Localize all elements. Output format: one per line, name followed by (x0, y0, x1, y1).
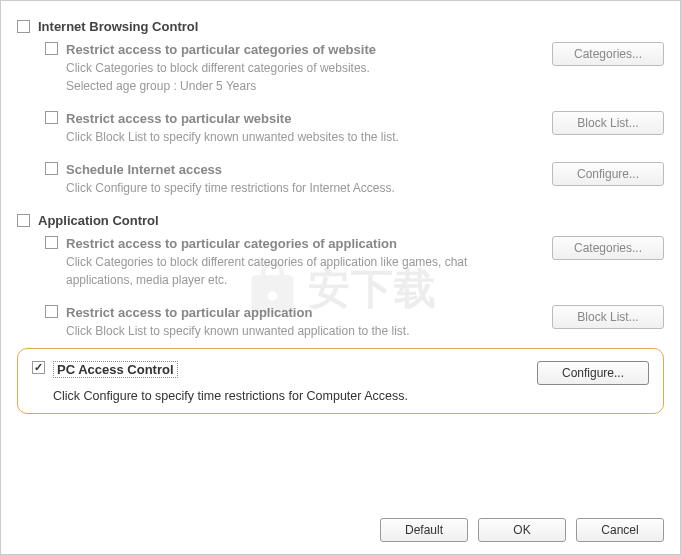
pc-access-desc: Click Configure to specify time restrict… (53, 389, 649, 403)
categories-button[interactable]: Categories... (552, 42, 664, 66)
configure-pc-button[interactable]: Configure... (537, 361, 649, 385)
checkbox-internet-control[interactable] (17, 20, 30, 33)
section-application: Application Control Restrict access to p… (17, 213, 664, 340)
option-desc: Click Configure to specify time restrict… (66, 179, 395, 197)
checkbox-restrict-website-categories[interactable] (45, 42, 58, 55)
option-restrict-app-categories: Restrict access to particular categories… (45, 236, 664, 289)
section-internet: Internet Browsing Control Restrict acces… (17, 19, 664, 197)
option-restrict-app: Restrict access to particular applicatio… (45, 305, 664, 340)
option-restrict-website: Restrict access to particular website Cl… (45, 111, 664, 146)
option-title: Restrict access to particular categories… (66, 42, 376, 57)
block-list-button[interactable]: Block List... (552, 111, 664, 135)
section-header-internet: Internet Browsing Control (17, 19, 664, 34)
option-title: Restrict access to particular categories… (66, 236, 536, 251)
default-button[interactable]: Default (380, 518, 468, 542)
checkbox-application-control[interactable] (17, 214, 30, 227)
configure-internet-button[interactable]: Configure... (552, 162, 664, 186)
checkbox-restrict-website[interactable] (45, 111, 58, 124)
section-title-pc: PC Access Control (53, 361, 178, 378)
app-categories-button[interactable]: Categories... (552, 236, 664, 260)
option-desc: Click Block List to specify known unwant… (66, 322, 410, 340)
option-desc: Click Block List to specify known unwant… (66, 128, 399, 146)
checkbox-schedule-internet[interactable] (45, 162, 58, 175)
section-header-application: Application Control (17, 213, 664, 228)
settings-panel: Internet Browsing Control Restrict acces… (0, 0, 681, 555)
cancel-button[interactable]: Cancel (576, 518, 664, 542)
option-desc: Click Categories to block different cate… (66, 253, 536, 289)
section-pc-access: PC Access Control Configure... Click Con… (17, 348, 664, 414)
section-title-internet: Internet Browsing Control (38, 19, 198, 34)
option-restrict-website-categories: Restrict access to particular categories… (45, 42, 664, 95)
option-title: Restrict access to particular website (66, 111, 399, 126)
app-block-list-button[interactable]: Block List... (552, 305, 664, 329)
option-schedule-internet: Schedule Internet access Click Configure… (45, 162, 664, 197)
checkbox-restrict-app-categories[interactable] (45, 236, 58, 249)
checkbox-pc-access[interactable] (32, 361, 45, 374)
dialog-footer: Default OK Cancel (380, 518, 664, 542)
checkbox-restrict-app[interactable] (45, 305, 58, 318)
option-title: Schedule Internet access (66, 162, 395, 177)
section-title-application: Application Control (38, 213, 159, 228)
ok-button[interactable]: OK (478, 518, 566, 542)
option-title: Restrict access to particular applicatio… (66, 305, 410, 320)
option-desc: Click Categories to block different cate… (66, 59, 376, 95)
